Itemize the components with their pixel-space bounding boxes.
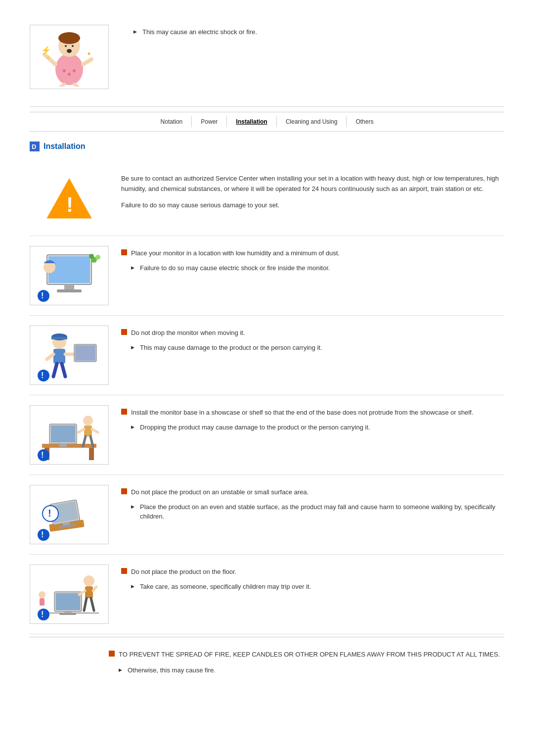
svg-line-12 bbox=[74, 84, 78, 87]
orange-bullet-fire-icon bbox=[109, 651, 115, 657]
fire-warning-row: TO PREVENT THE SPREAD OF FIRE, KEEP CAND… bbox=[30, 640, 504, 684]
item-5-sub-bullet: ▶ Take care, as someone, specifically ch… bbox=[131, 582, 504, 592]
arrow-3-icon: ▶ bbox=[131, 424, 136, 431]
page-wrapper: ⚡ ✦ ✦ ▶ This may cause an electric shock… bbox=[0, 0, 534, 699]
item-5-sub-label: Take care, as someone, specifically chil… bbox=[140, 582, 311, 592]
svg-line-39 bbox=[62, 364, 65, 377]
monitor-floor-icon: ! bbox=[35, 566, 104, 623]
svg-rect-46 bbox=[51, 425, 75, 442]
tab-notation[interactable]: Notation bbox=[152, 116, 192, 127]
tab-others[interactable]: Others bbox=[347, 116, 382, 127]
illus-monitor-4: ! ! bbox=[30, 485, 109, 544]
svg-rect-71 bbox=[85, 586, 93, 598]
item-row-5: ! Do not place the product on the floor.… bbox=[30, 555, 504, 634]
caution-intro-content: Be sure to contact an authorized Service… bbox=[121, 171, 504, 216]
svg-rect-37 bbox=[75, 345, 95, 361]
illus-monitor-2: ! bbox=[30, 326, 109, 385]
arrow-bullet-icon: ▶ bbox=[134, 29, 138, 36]
svg-point-3 bbox=[65, 45, 67, 47]
item-4-sub-bullet: ▶ Place the product on an even and stabl… bbox=[131, 502, 504, 521]
tab-cleaning[interactable]: Cleaning and Using bbox=[277, 116, 347, 127]
orange-bullet-4-icon bbox=[121, 488, 127, 494]
illus-monitor-1: ! bbox=[30, 246, 109, 305]
arrow-5-icon: ▶ bbox=[131, 583, 136, 590]
svg-text:!: ! bbox=[48, 508, 51, 519]
svg-point-4 bbox=[72, 45, 74, 47]
top-warning-label: This may cause an electric shock or fire… bbox=[142, 27, 257, 37]
svg-point-76 bbox=[39, 591, 45, 598]
svg-text:!: ! bbox=[66, 193, 73, 216]
svg-line-51 bbox=[92, 429, 98, 432]
svg-rect-32 bbox=[51, 337, 67, 339]
svg-text:✦: ✦ bbox=[46, 55, 50, 60]
item-3-text: Install the monitor base in a showcase o… bbox=[121, 405, 504, 436]
item-1-text: Place your monitor in a location with lo… bbox=[121, 246, 504, 277]
item-4-sub-label: Place the product on an even and stable … bbox=[140, 502, 504, 521]
tab-installation[interactable]: Installation bbox=[227, 116, 276, 127]
item-2-sub-bullet: ▶ This may cause damage to the product o… bbox=[131, 343, 504, 353]
item-4-main-label: Do not place the product on an unstable … bbox=[131, 487, 309, 497]
svg-point-26 bbox=[95, 255, 100, 260]
caution-intro-text: Be sure to contact an authorized Service… bbox=[121, 174, 504, 194]
svg-text:!: ! bbox=[41, 451, 44, 459]
svg-rect-42 bbox=[42, 444, 96, 448]
svg-text:D: D bbox=[32, 143, 36, 150]
item-3-main-bullet: Install the monitor base in a showcase o… bbox=[121, 408, 504, 418]
item-4-text: Do not place the product on an unstable … bbox=[121, 485, 504, 525]
caution-warning-section: ! Be sure to contact an authorized Servi… bbox=[30, 161, 504, 236]
fire-main-bullet: TO PREVENT THE SPREAD OF FIRE, KEEP CAND… bbox=[109, 650, 504, 660]
top-divider bbox=[30, 106, 504, 107]
top-illustration: ⚡ ✦ ✦ bbox=[30, 25, 109, 89]
svg-point-10 bbox=[73, 69, 76, 72]
svg-text:⚡: ⚡ bbox=[41, 46, 51, 55]
warning-triangle-icon: ! bbox=[44, 176, 94, 221]
arrow-fire-icon: ▶ bbox=[119, 667, 124, 674]
section-icon: D bbox=[30, 142, 40, 151]
item-5-text: Do not place the product on the floor. ▶… bbox=[121, 565, 504, 595]
item-1-main-bullet: Place your monitor in a location with lo… bbox=[121, 248, 504, 258]
svg-rect-77 bbox=[40, 598, 44, 606]
svg-text:✦: ✦ bbox=[87, 50, 91, 57]
tab-power[interactable]: Power bbox=[192, 116, 227, 127]
svg-rect-49 bbox=[84, 425, 92, 436]
item-3-sub-bullet: ▶ Dropping the product may cause damage … bbox=[131, 423, 504, 432]
svg-line-38 bbox=[53, 364, 57, 377]
svg-text:!: ! bbox=[41, 291, 44, 300]
svg-point-5 bbox=[67, 49, 72, 53]
item-row-3: ! Install the monitor base in a showcase… bbox=[30, 395, 504, 475]
svg-point-48 bbox=[83, 416, 93, 425]
item-5-main-bullet: Do not place the product on the floor. bbox=[121, 567, 504, 577]
item-row-2: ! Do not drop the monitor when moving it… bbox=[30, 316, 504, 395]
illus-monitor-5: ! bbox=[30, 565, 109, 624]
svg-line-73 bbox=[93, 587, 96, 591]
item-row-1: ! Place your monitor in a location with … bbox=[30, 236, 504, 316]
svg-point-0 bbox=[55, 53, 83, 85]
monitor-drop-icon: ! bbox=[35, 327, 104, 384]
svg-text:!: ! bbox=[41, 610, 44, 618]
svg-rect-47 bbox=[59, 444, 67, 447]
item-3-sub-label: Dropping the product may cause damage to… bbox=[140, 423, 370, 432]
monitor-unstable-icon: ! ! bbox=[35, 486, 104, 543]
svg-point-2 bbox=[58, 32, 80, 44]
svg-line-75 bbox=[91, 598, 94, 611]
svg-rect-69 bbox=[59, 613, 76, 615]
woman-electric-icon: ⚡ ✦ ✦ bbox=[37, 27, 101, 87]
svg-line-34 bbox=[47, 354, 53, 359]
svg-line-74 bbox=[84, 598, 87, 611]
fire-sub-label: Otherwise, this may cause fire. bbox=[128, 665, 216, 675]
item-4-main-bullet: Do not place the product on an unstable … bbox=[121, 487, 504, 497]
arrow-2-icon: ▶ bbox=[131, 344, 136, 351]
section-d-icon: D bbox=[30, 142, 40, 151]
monitor-humidity-icon: ! bbox=[35, 247, 104, 304]
illus-monitor-3: ! bbox=[30, 405, 109, 465]
svg-rect-33 bbox=[53, 349, 65, 364]
svg-rect-67 bbox=[56, 593, 80, 610]
item-2-text: Do not drop the monitor when moving it. … bbox=[121, 326, 504, 356]
item-2-sub-label: This may cause damage to the product or … bbox=[140, 343, 322, 353]
fire-sub-bullet: ▶ Otherwise, this may cause fire. bbox=[119, 665, 504, 675]
item-2-main-label: Do not drop the monitor when moving it. bbox=[131, 328, 245, 338]
item-1-sub-label: Failure to do so may cause electric shoc… bbox=[140, 263, 330, 273]
svg-line-11 bbox=[61, 84, 64, 87]
item-row-4: ! ! Do not place the product on an unsta… bbox=[30, 475, 504, 555]
arrow-icon: ▶ bbox=[131, 265, 136, 272]
